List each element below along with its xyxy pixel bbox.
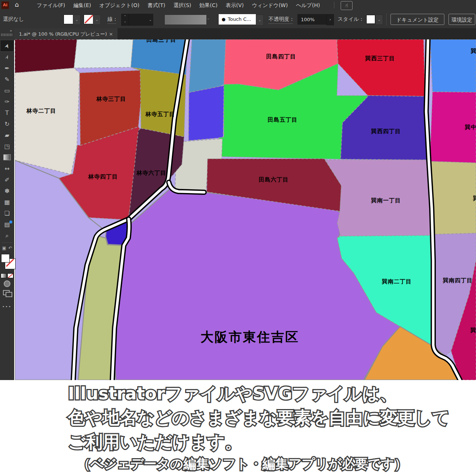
perspective-grid-tool[interactable]: ▤ <box>0 219 14 230</box>
selection-tool[interactable]: ➤ <box>0 40 14 51</box>
width-tool-icon: ↔ <box>4 165 9 172</box>
menu-item-2[interactable]: オブジェクト(O) <box>99 0 139 10</box>
menu-item-1[interactable]: 編集(E) <box>73 0 91 10</box>
eyedropper-tool[interactable]: ✐ <box>0 174 14 185</box>
collapse-panel-icon[interactable]: » <box>10 28 12 33</box>
eraser-tool[interactable]: ▰ <box>0 129 14 141</box>
menu-item-0[interactable]: ファイル(F) <box>37 0 65 10</box>
menu-item-3[interactable]: 書式(T) <box>148 0 165 10</box>
none-mode-icon[interactable] <box>7 273 13 278</box>
symbol-sprayer-tool[interactable]: ✽ <box>0 185 14 196</box>
map-label: 巽南三丁目 <box>473 195 476 202</box>
home-icon[interactable]: ⌂ <box>15 1 19 8</box>
map-canvas[interactable]: 田島四丁目巽西三丁目田島五丁目林寺二丁目林寺三丁目林寺五丁目林寺四丁目林寺六丁目… <box>15 39 476 380</box>
rectangle-tool-icon: ▭ <box>4 87 10 94</box>
zoom-tool-icon: ⌕ <box>6 232 9 239</box>
graph-tool-icon: ▦ <box>4 199 10 206</box>
draw-behind-icon <box>6 292 12 297</box>
menu-item-6[interactable]: 表示(V) <box>226 0 244 10</box>
opacity-field[interactable]: 100% <box>298 14 327 25</box>
map-region-blueviolet-strip[interactable] <box>189 86 224 141</box>
map-region-kita-maroon[interactable] <box>15 39 77 73</box>
map-label: 林寺六丁目 <box>136 170 166 176</box>
curvature-tool-icon: ✎ <box>4 76 9 83</box>
eraser-tool-icon: ▰ <box>5 132 9 139</box>
direct-selection-tool[interactable]: ➢ <box>0 51 14 62</box>
gradient-tool[interactable] <box>0 152 14 163</box>
map-region-ice-white[interactable] <box>74 39 133 68</box>
width-tool[interactable]: ↔ <box>0 163 14 174</box>
map-region-tatsumi-nishi-2[interactable] <box>430 39 476 92</box>
shape-mode-icon[interactable] <box>4 280 10 287</box>
preferences-button[interactable]: 環境設定 <box>448 14 475 25</box>
map-region-khaki-east[interactable] <box>430 161 476 234</box>
caption-line-1: IllustratorファイルやSVGファイルは、 <box>68 382 397 405</box>
fill-color-swatch[interactable] <box>64 15 73 24</box>
brush-definition-select[interactable] <box>164 15 207 25</box>
pen-tool[interactable]: ✒ <box>0 62 14 74</box>
menu-items: ファイル(F)編集(E)オブジェクト(O)書式(T)選択(S)効果(C)表示(V… <box>33 0 324 10</box>
direct-selection-tool-icon: ➢ <box>3 53 11 60</box>
toolbar-divider <box>2 242 12 243</box>
stroke-weight-stepper[interactable]: ⌃⌄ <box>121 14 129 26</box>
map-label: 田島四丁目 <box>266 53 296 60</box>
menu-bar: Ai ⌂ ファイル(F)編集(E)オブジェクト(O)書式(T)選択(S)効果(C… <box>0 0 476 10</box>
map-label: 巽西四丁目 <box>371 128 401 135</box>
map-label: 田島三丁目 <box>147 39 176 43</box>
map-label: 巽南一丁目 <box>371 197 401 204</box>
gradient-icon <box>3 154 11 160</box>
zoom-tool[interactable]: ⌕ <box>0 230 14 241</box>
tab-close-icon[interactable]: × <box>109 28 113 40</box>
document-setup-button[interactable]: ドキュメント設定 <box>390 14 444 25</box>
touch-workspace-icon[interactable]: ☝ <box>341 1 353 10</box>
menu-item-8[interactable]: ヘルプ(H) <box>296 0 320 10</box>
shape-builder-tool[interactable]: ◳ <box>0 141 14 152</box>
menu-item-7[interactable]: ウィンドウ(W) <box>252 0 288 10</box>
curvature-tool[interactable]: ✎ <box>0 74 14 85</box>
stroke-weight-field[interactable]: ⌄ <box>129 14 153 26</box>
width-profile-dropdown-icon[interactable]: ⌄ <box>256 15 264 26</box>
style-dropdown-icon[interactable]: ⌄ <box>375 15 383 25</box>
menu-item-4[interactable]: 選択(S) <box>173 0 191 10</box>
toolbar-fill-swatch[interactable] <box>1 254 10 263</box>
fill-color-dropdown-icon[interactable]: ⌄ <box>73 15 81 25</box>
menu-item-5[interactable]: 効果(C) <box>199 0 218 10</box>
opacity-label[interactable]: 不透明度 : <box>268 16 293 24</box>
opacity-expand-icon[interactable]: › <box>327 14 334 25</box>
map-label: 巽西二丁目 <box>470 48 476 54</box>
control-options-bar: 選択なし ⌄ ⌄ 線 : ⌃⌄ ⌄ ⌄ ●Touch C... ⌄ 不透明度 :… <box>0 10 476 29</box>
more-tools-icon[interactable]: ••• <box>0 304 14 309</box>
artboard-canvas[interactable]: 田島四丁目巽西三丁目田島五丁目林寺二丁目林寺三丁目林寺五丁目林寺四丁目林寺六丁目… <box>15 39 476 380</box>
graph-tool[interactable]: ▦ <box>0 196 14 208</box>
stroke-color-swatch[interactable] <box>84 15 93 24</box>
gradient-mode-icon[interactable] <box>1 273 7 278</box>
stroke-weight-dropdown-icon[interactable]: ⌄ <box>149 14 152 25</box>
brush-dropdown-icon[interactable]: ⌄ <box>207 16 210 20</box>
symbol-sprayer-tool-icon: ✽ <box>4 187 9 194</box>
document-tab[interactable]: 1.ai* @ 100 % (RGB/CPU プレビュー) × <box>14 28 118 40</box>
toolbar-sync-row[interactable]: ▣ ↶ <box>0 244 14 252</box>
document-tab-title: 1.ai* @ 100 % (RGB/CPU プレビュー) <box>19 31 107 37</box>
width-profile-select[interactable]: ●Touch C... <box>219 14 256 25</box>
draw-mode-icon[interactable] <box>3 290 11 296</box>
eyedropper-tool-icon: ✐ <box>4 176 9 183</box>
style-swatch[interactable] <box>366 15 375 24</box>
paintbrush-tool[interactable]: ✑ <box>0 96 14 107</box>
stroke-color-dropdown-icon[interactable]: ⌄ <box>93 15 101 25</box>
color-mode-row <box>0 273 14 278</box>
map-label: 林寺四丁目 <box>88 173 118 180</box>
artboard-tool[interactable]: ❏ <box>0 208 14 219</box>
map-region-hayashiji-2[interactable] <box>15 68 80 174</box>
sync-arrow-icon[interactable]: ↶ <box>8 245 12 251</box>
rotate-tool[interactable]: ↻ <box>0 118 14 129</box>
stroke-weight-label[interactable]: 線 : <box>107 16 116 24</box>
options-separator <box>386 13 387 25</box>
rectangle-tool[interactable]: ▭ <box>0 85 14 96</box>
type-tool[interactable]: T <box>0 107 14 118</box>
edit-toolbar-icon[interactable]: ▣ <box>2 245 6 251</box>
map-label: 田島六丁目 <box>259 176 289 183</box>
panel-grip-dots[interactable] <box>1 33 12 36</box>
paintbrush-tool-icon: ✑ <box>4 98 9 105</box>
artboard-tool-icon: ❏ <box>4 210 10 217</box>
map-region-steelblue-ne[interactable] <box>189 39 226 93</box>
